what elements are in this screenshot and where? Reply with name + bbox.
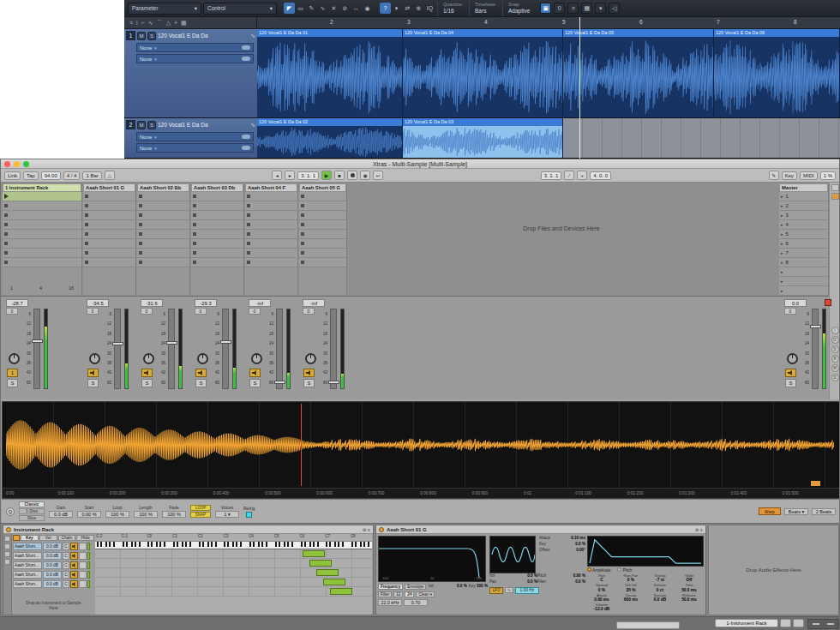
clip-slot[interactable]: [245, 249, 297, 258]
control-dropdown[interactable]: Control ▾: [203, 3, 277, 15]
chain-volume[interactable]: 0.0 dB: [43, 580, 62, 588]
midi-map-toggle[interactable]: MIDI: [800, 171, 818, 180]
loop-button[interactable]: LOOP: [190, 505, 211, 511]
clip-slot[interactable]: [3, 220, 81, 230]
chain-solo[interactable]: [79, 552, 87, 560]
key-zone[interactable]: [316, 569, 339, 576]
scene-slot[interactable]: ▸ 1: [779, 192, 828, 201]
device-menu-icon[interactable]: ≡: [700, 527, 703, 532]
scene-play-icon[interactable]: ▸: [781, 213, 783, 218]
scene-play-icon[interactable]: ▸: [781, 279, 783, 284]
clip-slot[interactable]: [245, 220, 297, 230]
track-1-header[interactable]: 1 M S 120 Vocal1 E Da Da ∿ None ▾ None ▾: [124, 29, 257, 117]
tool-icon[interactable]: ≡: [129, 20, 133, 26]
pan-field[interactable]: 0: [6, 308, 18, 315]
tool-icon[interactable]: ?: [380, 3, 391, 14]
retrig-checkbox[interactable]: [246, 512, 252, 518]
toolbar-icon[interactable]: ≡: [567, 3, 579, 14]
lfo-display[interactable]: [489, 536, 536, 573]
tap-tempo-button[interactable]: Tap: [23, 171, 39, 180]
quantize-control[interactable]: Quantize 1/16: [437, 1, 467, 16]
clip-slot[interactable]: [137, 230, 189, 239]
master-title-header[interactable]: Master: [779, 183, 828, 192]
clip-slot[interactable]: [83, 220, 135, 230]
playback-mode-tab[interactable]: 1-Shot: [19, 508, 45, 514]
show-chains-button[interactable]: [4, 543, 10, 549]
scene-play-icon[interactable]: ▸: [781, 250, 783, 255]
clip-slot[interactable]: [3, 239, 81, 249]
snap-control[interactable]: Snap Adaptive: [502, 1, 535, 16]
sample-waveform-editor[interactable]: 0:000:00:1000:00:2000:00:3000:00:4000:00…: [2, 401, 840, 499]
scene-play-icon[interactable]: ▸: [781, 288, 783, 293]
insert-slot[interactable]: None ▾: [136, 143, 254, 153]
tool-icon[interactable]: ⌐: [141, 20, 145, 26]
playback-mode-tab[interactable]: Slice: [19, 515, 45, 521]
chain-activator[interactable]: [70, 580, 78, 588]
time-signature-field[interactable]: 4 / 4: [63, 171, 81, 180]
volume-fader[interactable]: [812, 309, 819, 389]
chain-row[interactable]: Aaah Short... 0.0 dB C: [12, 542, 95, 551]
pan-knob[interactable]: [787, 353, 798, 364]
loop-start-field[interactable]: 3. 1. 1: [541, 171, 562, 180]
clip-slot[interactable]: [191, 211, 243, 220]
track-2-header[interactable]: 2 M S 120 Vocal1 E Da Da ∿ None ▾ None ▾: [124, 118, 257, 158]
clip-slot[interactable]: [299, 239, 346, 249]
chain-activator[interactable]: [70, 552, 78, 560]
key-zone[interactable]: [330, 588, 352, 595]
track-activator[interactable]: [87, 369, 99, 377]
chain-row[interactable]: Aaah Short... 0.0 dB C: [12, 561, 95, 570]
mute-button[interactable]: M: [137, 32, 146, 40]
clip-slot[interactable]: [299, 258, 346, 267]
fader-handle[interactable]: [328, 381, 339, 384]
chain-activator[interactable]: [70, 543, 78, 550]
filter-toggle[interactable]: Filter: [378, 591, 392, 597]
scene-play-icon[interactable]: ▸: [781, 203, 783, 208]
volume-field[interactable]: 0.0: [784, 299, 807, 307]
scene-slot-empty[interactable]: ▸: [779, 267, 828, 277]
chain-activator[interactable]: [70, 561, 78, 569]
filter-res-field[interactable]: 0.70: [404, 599, 428, 606]
clip-slot[interactable]: [191, 230, 243, 239]
insert-toggle[interactable]: [242, 45, 250, 50]
insert-toggle[interactable]: [242, 57, 250, 61]
scene-play-icon[interactable]: ▸: [781, 260, 783, 265]
volume-field[interactable]: -29.3: [195, 299, 217, 307]
toolbar-icon[interactable]: ◁: [609, 3, 620, 14]
loop-length-field[interactable]: 4. 0. 0: [590, 171, 611, 180]
stop-all-clips-button[interactable]: [825, 299, 831, 306]
chain-pan[interactable]: C: [63, 571, 69, 579]
clip-slot[interactable]: [299, 211, 346, 220]
track-activator[interactable]: [785, 369, 796, 377]
audio-clip[interactable]: 120 Vocal1 E Da Da 04: [403, 29, 563, 117]
audio-clip[interactable]: 120 Vocal1 E Da Da 02: [257, 118, 403, 158]
scene-slot-empty[interactable]: ▸: [779, 277, 828, 286]
tool-icon[interactable]: ◤: [284, 3, 295, 14]
toolbar-icon[interactable]: ▦: [581, 3, 592, 14]
solo-button[interactable]: S: [147, 32, 156, 40]
scene-play-icon[interactable]: ▸: [781, 269, 783, 274]
tool-icon[interactable]: ⊕: [413, 3, 424, 14]
clip-slot[interactable]: [137, 258, 189, 267]
tool-icon[interactable]: i: [136, 20, 138, 26]
frequency-tab[interactable]: Frequency: [378, 584, 403, 590]
empty-arrangement-area[interactable]: [563, 118, 840, 158]
param[interactable]: Sustain 0.0 dB: [645, 593, 675, 603]
fader-handle[interactable]: [32, 339, 43, 343]
clip-slot[interactable]: [245, 230, 297, 239]
fader-handle[interactable]: [274, 381, 285, 384]
insert-toggle[interactable]: [242, 146, 250, 150]
tempo-field[interactable]: 94.00: [41, 171, 61, 180]
filter-display[interactable]: 100 1k 10k: [378, 536, 486, 582]
insert-slot[interactable]: None ▾: [136, 132, 254, 141]
chain-solo[interactable]: [79, 543, 87, 550]
warp-button[interactable]: Warp: [759, 507, 781, 515]
param[interactable]: Pan C: [587, 573, 616, 583]
clip-slot[interactable]: [3, 249, 81, 258]
nudge-up-button[interactable]: ▸: [285, 171, 295, 180]
clip-slot[interactable]: [191, 239, 243, 249]
param[interactable]: Release 50.0 ms: [675, 593, 704, 603]
param[interactable]: Attack 0.60 ms: [587, 593, 616, 603]
clip-slot[interactable]: [3, 201, 81, 211]
filter-freq-field[interactable]: 22.0 kHz: [378, 599, 402, 606]
solo-button[interactable]: S: [141, 379, 153, 387]
